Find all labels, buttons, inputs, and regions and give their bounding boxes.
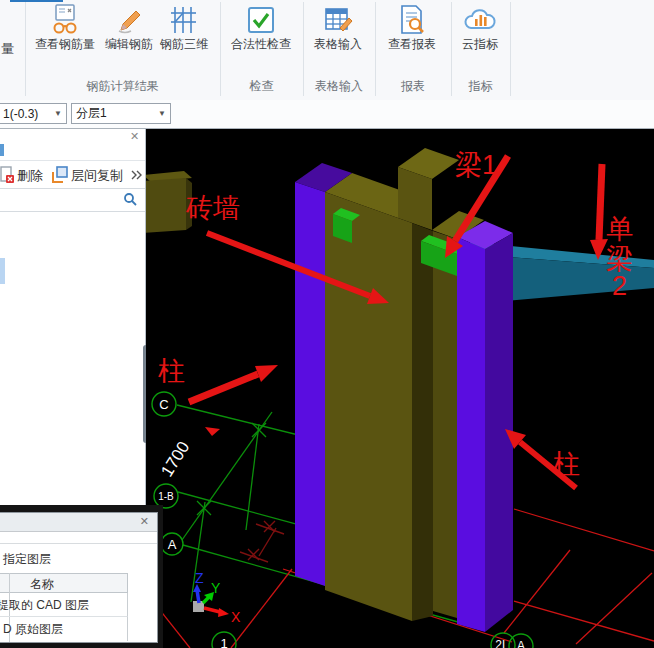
partial-button-label[interactable]: 量 bbox=[1, 40, 14, 58]
bubble-c: C bbox=[159, 397, 168, 412]
rebar-3d-button[interactable]: 钢筋三维 bbox=[156, 3, 212, 51]
view-rebar-quantity-button[interactable]: 查看钢筋量 bbox=[28, 3, 102, 51]
layer-dialog-titlebar[interactable]: ✕ bbox=[0, 513, 157, 532]
3d-viewport[interactable]: 1700 C 1-B A 1 2L A Z Y X bbox=[146, 129, 654, 648]
cloud-chart-icon bbox=[454, 3, 506, 37]
x-axis-label: X bbox=[231, 609, 241, 625]
label-beam1: 梁1 bbox=[455, 150, 497, 180]
layer-row-extracted-cad[interactable]: 提取的 CAD 图层 bbox=[0, 593, 128, 617]
layer-dialog: ✕ 指定图层 名称 提取的 CAD 图层 D 原始图层 bbox=[0, 512, 158, 643]
layer-copy-icon[interactable] bbox=[52, 166, 69, 183]
partial-toolbar-icon bbox=[0, 144, 4, 156]
left-wall-block-front[interactable] bbox=[146, 178, 186, 233]
bubble-2a: A bbox=[517, 639, 525, 648]
glasses-table-icon bbox=[28, 3, 102, 37]
group-label-report: 报表 bbox=[376, 78, 450, 95]
wall-slot-side[interactable] bbox=[412, 223, 433, 621]
cloud-index-button[interactable]: 云指标 bbox=[454, 3, 506, 51]
specified-layer-label: 指定图层 bbox=[0, 543, 157, 573]
label-column-left: 柱 bbox=[158, 356, 185, 386]
table-input-button[interactable]: 表格输入 bbox=[306, 3, 370, 51]
bubble-1b: 1-B bbox=[158, 491, 174, 502]
y-axis-label: Y bbox=[211, 580, 221, 596]
active-tab-indicator bbox=[10, 0, 63, 2]
close-icon[interactable]: ✕ bbox=[140, 515, 149, 528]
brick-wall-front[interactable] bbox=[325, 192, 412, 621]
bubble-2l: 2L bbox=[495, 638, 509, 648]
label-brick-wall: 砖墙 bbox=[185, 193, 240, 223]
search-icon[interactable] bbox=[123, 192, 137, 206]
right-column-front[interactable] bbox=[457, 237, 485, 632]
search-row[interactable] bbox=[0, 188, 145, 212]
layer-select[interactable]: 分层1 ▼ bbox=[71, 103, 171, 124]
legality-check-button[interactable]: 合法性检查 bbox=[224, 3, 298, 51]
delete-button[interactable]: 删除 bbox=[17, 167, 43, 185]
group-label-table-input: 表格输入 bbox=[304, 78, 374, 95]
panel-toolbar: 删除 层间复制 bbox=[0, 160, 145, 189]
left-column-front[interactable] bbox=[295, 182, 325, 586]
group-label-check: 检查 bbox=[221, 78, 302, 95]
group-divider bbox=[510, 2, 511, 96]
group-label-rebar-results: 钢筋计算结果 bbox=[26, 78, 219, 95]
report-magnifier-icon bbox=[380, 3, 444, 37]
chevron-down-icon: ▼ bbox=[54, 109, 62, 118]
group-label-index: 指标 bbox=[452, 78, 509, 95]
green-check-icon bbox=[224, 3, 298, 37]
chevron-down-icon: ▼ bbox=[158, 109, 166, 118]
inter-floor-copy-button[interactable]: 层间复制 bbox=[71, 167, 123, 185]
selector-bar: 1(-0.3) ▼ 分层1 ▼ bbox=[0, 100, 654, 129]
properties-panel: ✕ 删除 层间复制 bbox=[0, 129, 146, 505]
ribbon-toolbar: 量 查看钢筋量 bbox=[0, 0, 654, 101]
pencil-icon bbox=[104, 3, 154, 37]
delete-icon[interactable] bbox=[0, 166, 14, 184]
view-report-button[interactable]: 查看报表 bbox=[380, 3, 444, 51]
rebar-3d-icon bbox=[156, 3, 212, 37]
edit-rebar-button[interactable]: 编辑钢筋 bbox=[104, 3, 154, 51]
z-axis-label: Z bbox=[195, 570, 204, 586]
selected-item-indicator[interactable] bbox=[0, 258, 5, 284]
wall-front-right[interactable] bbox=[433, 231, 457, 618]
close-icon[interactable]: ✕ bbox=[130, 130, 139, 143]
label-column-right: 柱 bbox=[553, 449, 580, 479]
layer-row-cad-original[interactable]: D 原始图层 bbox=[0, 617, 128, 641]
floor-select[interactable]: 1(-0.3) ▼ bbox=[0, 103, 67, 124]
overflow-chevrons-icon[interactable] bbox=[131, 170, 143, 180]
application-window: 量 查看钢筋量 bbox=[0, 0, 654, 648]
bubble-a: A bbox=[168, 537, 177, 552]
bubble-1: 1 bbox=[220, 636, 227, 648]
name-column-header[interactable]: 名称 bbox=[0, 573, 128, 593]
table-edit-icon bbox=[306, 3, 370, 37]
